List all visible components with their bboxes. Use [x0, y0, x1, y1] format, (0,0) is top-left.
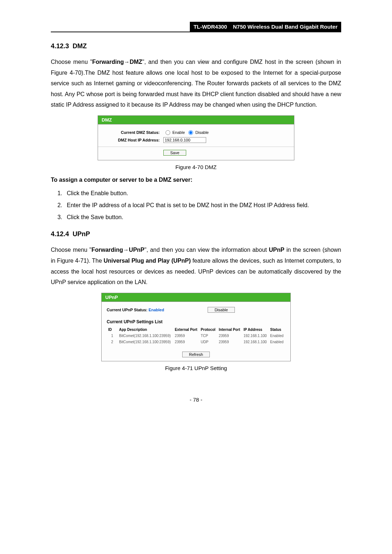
- upnp-status-value: Enabled: [148, 308, 164, 312]
- step-1: Click the Enable button.: [64, 188, 341, 199]
- upnp-paragraph: Choose menu "Forwarding→UPnP", and then …: [51, 245, 341, 287]
- th-app: App Description: [118, 327, 173, 333]
- dmz-status-label: Current DMZ Status:: [102, 130, 163, 135]
- th-proto: Protocol: [199, 327, 217, 333]
- th-status: Status: [269, 327, 285, 333]
- dmz-enable-text: Enable: [172, 130, 185, 135]
- dmz-figure-caption: Figure 4-70 DMZ: [51, 164, 341, 170]
- th-int: Internal Port: [217, 327, 242, 333]
- step-3: Click the Save button.: [64, 212, 341, 223]
- upnp-panel-title: UPnP: [102, 293, 290, 302]
- dmz-enable-radio[interactable]: [166, 130, 170, 135]
- upnp-figure-caption: Figure 4-71 UPnP Setting: [51, 365, 341, 371]
- table-row: 1 BitComet(192.168.1.100:23959) 23959 TC…: [107, 333, 285, 339]
- dmz-disable-text: Disable: [195, 130, 209, 135]
- table-header-row: ID App Description External Port Protoco…: [107, 327, 285, 333]
- save-button[interactable]: Save: [163, 150, 186, 156]
- section-heading-dmz: 4.12.3 DMZ: [51, 42, 341, 50]
- section-heading-upnp: 4.12.4 UPnP: [51, 230, 341, 238]
- th-ext: External Port: [173, 327, 199, 333]
- table-row: 2 BitComet(192.168.1.100:23959) 23959 UD…: [107, 339, 285, 345]
- dmz-panel-title: DMZ: [98, 116, 294, 124]
- page-number: - 78 -: [51, 397, 341, 403]
- dmz-ip-label: DMZ Host IP Address:: [102, 138, 163, 142]
- disable-button[interactable]: Disable: [208, 307, 235, 313]
- dmz-paragraph: Choose menu "Forwarding→DMZ", and then y…: [51, 57, 341, 110]
- step-2: Enter the IP address of a local PC that …: [64, 200, 341, 211]
- th-id: ID: [107, 327, 118, 333]
- upnp-list-title: Current UPnP Settings List: [107, 319, 285, 324]
- upnp-status-label: Current UPnP Status:: [107, 308, 147, 312]
- dmz-assign-title: To assign a computer or server to be a D…: [51, 177, 341, 183]
- th-ip: IP Address: [242, 327, 269, 333]
- dmz-ip-input[interactable]: [163, 137, 206, 143]
- upnp-table: ID App Description External Port Protoco…: [107, 327, 285, 345]
- dmz-disable-radio[interactable]: [188, 130, 193, 135]
- refresh-button[interactable]: Refresh: [182, 352, 210, 357]
- product-name: N750 Wireless Dual Band Gigabit Router: [231, 22, 341, 32]
- dmz-steps: Click the Enable button. Enter the IP ad…: [51, 188, 341, 222]
- upnp-panel: UPnP Current UPnP Status: Enabled Disabl…: [101, 293, 291, 361]
- model-badge: TL-WDR4300: [190, 22, 231, 32]
- dmz-panel: DMZ Current DMZ Status: Enable Disable D…: [98, 115, 294, 160]
- page-header: TL-WDR4300 N750 Wireless Dual Band Gigab…: [51, 22, 341, 32]
